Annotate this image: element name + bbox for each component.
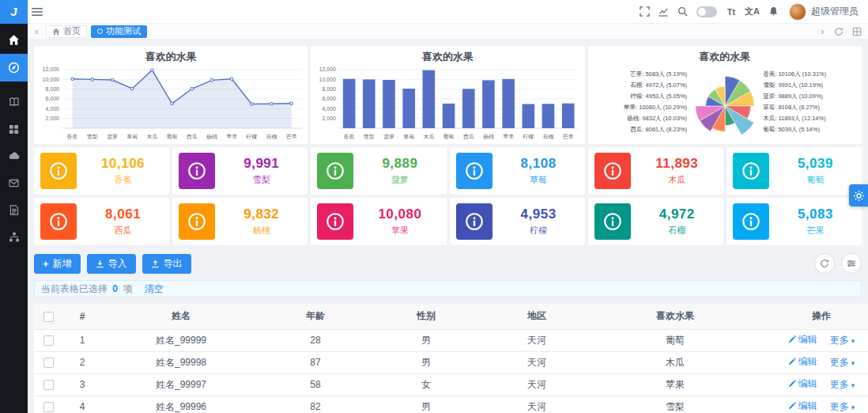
font-size-button[interactable]: Tt	[722, 0, 741, 24]
svg-text:木瓜: 木瓜	[146, 134, 157, 139]
stat-card-杨桃: 9,832杨桃	[172, 198, 308, 245]
cell-age: 28	[260, 329, 371, 351]
sitemap-icon	[9, 232, 20, 242]
sidebar-item-home[interactable]	[0, 27, 28, 52]
stat-meta: 5,039葡萄	[769, 156, 862, 186]
tab-function-test[interactable]: 功能测试	[91, 25, 147, 38]
column-header-4[interactable]: 地区	[481, 304, 592, 329]
selection-info-bar: 当前表格已选择 0 项 清空	[34, 280, 862, 297]
more-button[interactable]: 更多 ▾	[830, 356, 855, 369]
svg-text:2,000: 2,000	[45, 116, 59, 121]
column-header-5[interactable]: 喜欢水果	[592, 304, 758, 329]
import-button[interactable]: 导入	[87, 254, 136, 274]
stat-card-柠檬: 4,953柠檬	[450, 198, 585, 245]
sidebar	[0, 24, 28, 413]
svg-text:柠檬: 柠檬	[523, 134, 534, 139]
sidebar-item-book[interactable]	[0, 89, 28, 115]
stat-icon-badge	[733, 153, 769, 189]
stat-value: 10,106	[77, 156, 169, 172]
svg-text:草莓: 草莓	[126, 134, 138, 139]
cell-gender: 男	[371, 329, 481, 351]
cell-index: 2	[62, 351, 102, 373]
sidebar-item-sitemap[interactable]	[0, 224, 28, 249]
cell-index: 1	[62, 329, 102, 351]
row-checkbox[interactable]	[43, 358, 54, 368]
tabs-scroll-left[interactable]: ‹	[32, 25, 42, 39]
clear-selection-link[interactable]: 清空	[145, 283, 164, 294]
layout-grid-button[interactable]	[850, 25, 864, 39]
info-icon	[602, 161, 623, 181]
app-logo[interactable]: J	[0, 0, 28, 24]
edit-button[interactable]: 编辑	[788, 333, 817, 347]
stat-icon-badge	[40, 203, 77, 240]
tab-home[interactable]: 首页	[46, 25, 87, 38]
plus-icon: +	[43, 259, 49, 269]
select-all-checkbox[interactable]	[43, 312, 54, 322]
stat-card-雪梨: 9,991雪梨	[172, 147, 308, 195]
refresh-table-button[interactable]	[814, 253, 835, 274]
data-table: #姓名年龄性别地区喜欢水果操作 1姓名_9999928男天河葡萄编辑更多 ▾2姓…	[34, 304, 868, 413]
selection-prefix: 当前表格已选择	[41, 283, 108, 294]
analytics-icon	[658, 6, 669, 17]
column-settings-button[interactable]	[841, 253, 862, 274]
sidebar-item-document[interactable]	[0, 197, 28, 222]
translate-button[interactable]: 文A	[741, 0, 764, 24]
info-icon	[325, 161, 345, 181]
row-checkbox[interactable]	[43, 380, 54, 390]
edit-button[interactable]: 编辑	[788, 355, 817, 369]
table-row-3: 3姓名_9999758女天河苹果编辑更多 ▾	[34, 373, 868, 396]
stat-label: 柠檬	[492, 225, 585, 237]
sidebar-item-cloud[interactable]	[0, 143, 28, 169]
sliders-icon	[847, 259, 856, 268]
cell-actions: 编辑更多 ▾	[758, 351, 868, 373]
edit-button[interactable]: 编辑	[788, 377, 817, 391]
notification-bell-button[interactable]	[764, 0, 783, 24]
row-checkbox[interactable]	[43, 335, 54, 346]
pie-chart-card: 喜欢的水果 香蕉: 10106人 (10.31%)雪梨: 9991人 (10.1…	[588, 46, 862, 144]
more-button[interactable]: 更多 ▾	[830, 334, 855, 347]
more-button[interactable]: 更多 ▾	[830, 400, 855, 413]
theme-toggle[interactable]	[696, 6, 717, 17]
tabs-scroll-right[interactable]: ›	[817, 25, 828, 39]
row-checkbox[interactable]	[43, 402, 54, 412]
stat-value: 8,061	[77, 206, 169, 222]
column-header-6[interactable]: 操作	[758, 304, 868, 329]
stat-value: 10,080	[353, 206, 446, 222]
sidebar-item-mail[interactable]	[0, 170, 28, 195]
column-header-1[interactable]: 姓名	[102, 304, 260, 329]
grid-icon	[852, 27, 862, 36]
stat-value: 9,832	[215, 206, 308, 222]
stat-label: 杨桃	[215, 225, 308, 237]
eye-dot-icon	[97, 28, 103, 34]
more-button[interactable]: 更多 ▾	[830, 378, 855, 392]
cell-actions: 编辑更多 ▾	[758, 329, 868, 351]
sidebar-item-active-module[interactable]	[0, 54, 28, 81]
export-icon	[151, 260, 160, 268]
export-button[interactable]: 导出	[142, 254, 191, 274]
search-button[interactable]	[673, 0, 692, 24]
stat-value: 9,991	[215, 156, 308, 172]
cell-region: 天河	[481, 329, 592, 351]
add-button[interactable]: + 新增	[34, 254, 81, 274]
svg-text:4,000: 4,000	[323, 106, 337, 112]
analytics-button[interactable]	[654, 0, 673, 24]
edit-button[interactable]: 编辑	[788, 400, 817, 413]
column-header-0[interactable]: #	[62, 304, 102, 329]
fullscreen-icon	[640, 6, 650, 17]
column-header-2[interactable]: 年龄	[260, 304, 371, 329]
svg-text:香蕉: 香蕉	[344, 134, 355, 140]
svg-text:12,000: 12,000	[319, 67, 337, 73]
cell-region: 天河	[481, 351, 592, 373]
column-header-3[interactable]: 性别	[371, 304, 481, 329]
settings-gear-button[interactable]	[849, 184, 868, 206]
document-icon	[9, 205, 19, 215]
refresh-tabs-button[interactable]	[832, 25, 846, 39]
table-row-1: 1姓名_9999928男天河葡萄编辑更多 ▾	[34, 329, 868, 351]
hamburger-menu-button[interactable]	[28, 0, 47, 24]
import-button-label: 导入	[108, 257, 127, 271]
user-avatar[interactable]	[789, 3, 806, 21]
fullscreen-button[interactable]	[635, 0, 654, 24]
svg-text:菠萝: 9889人 (10.09%): 菠萝: 9889人 (10.09%)	[763, 93, 823, 100]
sidebar-item-apps[interactable]	[0, 116, 28, 142]
user-name[interactable]: 超级管理员	[811, 5, 859, 18]
